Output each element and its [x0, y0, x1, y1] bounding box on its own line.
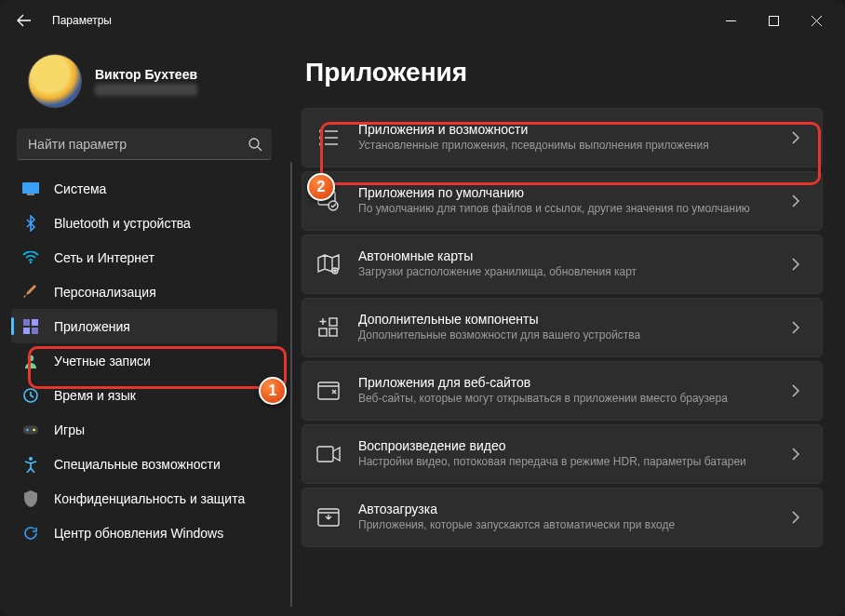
components-icon — [315, 315, 342, 341]
bluetooth-icon — [22, 215, 39, 232]
apps-icon — [22, 318, 39, 335]
svg-rect-11 — [23, 425, 38, 434]
startup-icon — [315, 504, 342, 530]
card-subtitle: Приложения, которые запускаются автомати… — [358, 518, 775, 533]
window-title: Параметры — [52, 14, 112, 27]
card-title: Приложения по умолчанию — [358, 185, 775, 200]
svg-rect-21 — [319, 328, 327, 336]
search-input[interactable] — [17, 128, 272, 160]
search-icon — [248, 137, 262, 152]
nav-label: Игры — [54, 422, 85, 437]
map-icon — [315, 251, 342, 277]
chevron-right-icon — [792, 194, 805, 208]
card-offline-maps[interactable]: Автономные карты Загрузки расположение х… — [302, 234, 823, 294]
nav-label: Центр обновления Windows — [54, 526, 223, 541]
nav-item-privacy[interactable]: Конфиденциальность и защита — [11, 481, 277, 516]
nav-item-time[interactable]: Время и язык — [11, 378, 277, 412]
list-icon — [315, 125, 342, 151]
chevron-right-icon — [792, 258, 805, 271]
wifi-icon — [22, 249, 39, 266]
card-title: Приложения для веб-сайтов — [358, 375, 775, 390]
chevron-right-icon — [792, 511, 805, 524]
svg-point-4 — [30, 261, 32, 262]
system-icon — [22, 181, 39, 197]
scrollbar[interactable] — [290, 162, 292, 607]
card-subtitle: Дополнительные возможности для вашего ус… — [358, 328, 775, 343]
card-title: Автозагрузка — [358, 502, 775, 516]
svg-point-1 — [249, 139, 259, 148]
maximize-icon — [769, 16, 779, 26]
card-optional-features[interactable]: Дополнительные компоненты Дополнительные… — [302, 298, 823, 357]
nav-list: Система Bluetooth и устройства Сеть и Ин… — [11, 171, 277, 550]
brush-icon — [22, 284, 39, 301]
nav-label: Приложения — [54, 319, 130, 334]
nav-item-accounts[interactable]: Учетные записи — [11, 343, 277, 378]
close-button[interactable] — [795, 6, 838, 35]
search-field[interactable] — [17, 128, 272, 160]
shield-icon — [22, 490, 39, 507]
card-subtitle: Настройки видео, потоковая передача в ре… — [358, 455, 775, 470]
nav-item-update[interactable]: Центр обновления Windows — [11, 516, 277, 550]
svg-rect-2 — [22, 182, 39, 194]
svg-point-17 — [320, 143, 322, 145]
nav-item-gaming[interactable]: Игры — [11, 412, 277, 447]
svg-rect-7 — [23, 328, 30, 334]
card-apps-features[interactable]: Приложения и возможности Установленные п… — [302, 108, 823, 167]
nav-item-personalization[interactable]: Персонализация — [11, 275, 277, 309]
chevron-right-icon — [792, 384, 805, 397]
svg-rect-0 — [769, 16, 778, 25]
nav-item-bluetooth[interactable]: Bluetooth и устройства — [11, 206, 277, 240]
svg-point-9 — [28, 355, 34, 360]
window-controls — [709, 6, 838, 35]
card-subtitle: Установленные приложения, псевдонимы вып… — [358, 139, 775, 154]
card-apps-websites[interactable]: Приложения для веб-сайтов Веб-сайты, кот… — [302, 361, 823, 421]
svg-rect-8 — [32, 328, 38, 334]
card-subtitle: Веб-сайты, которые могут открываться в п… — [358, 392, 775, 407]
profile-block[interactable]: Виктор Бухтеев — [11, 50, 277, 125]
nav-item-accessibility[interactable]: Специальные возможности — [11, 447, 277, 481]
svg-point-12 — [26, 428, 29, 431]
minimize-button[interactable] — [709, 6, 752, 35]
clock-icon — [22, 387, 39, 404]
sidebar: Виктор Бухтеев Система — [0, 41, 288, 616]
svg-rect-5 — [23, 319, 30, 326]
card-subtitle: По умолчанию для типов файлов и ссылок, … — [358, 202, 775, 217]
nav-label: Сеть и Интернет — [54, 250, 154, 265]
svg-rect-25 — [317, 447, 333, 462]
minimize-icon — [726, 16, 736, 26]
nav-item-apps[interactable]: Приложения — [11, 309, 277, 343]
card-subtitle: Загрузки расположение хранилища, обновле… — [358, 265, 775, 280]
nav-item-network[interactable]: Сеть и Интернет — [11, 240, 277, 275]
card-video-playback[interactable]: Воспроизведение видео Настройки видео, п… — [302, 424, 823, 484]
arrow-left-icon — [17, 13, 32, 28]
accessibility-icon — [22, 456, 39, 473]
svg-point-14 — [29, 457, 33, 461]
maximize-button[interactable] — [752, 6, 795, 35]
card-default-apps[interactable]: Приложения по умолчанию По умолчанию для… — [302, 171, 823, 231]
card-title: Дополнительные компоненты — [358, 312, 775, 327]
svg-point-15 — [320, 130, 322, 132]
nav-label: Система — [54, 181, 106, 196]
svg-rect-23 — [329, 318, 337, 326]
profile-name: Виктор Бухтеев — [95, 67, 197, 82]
back-button[interactable] — [7, 4, 41, 37]
svg-rect-3 — [27, 194, 34, 195]
card-title: Приложения и возможности — [358, 122, 775, 137]
profile-email — [95, 84, 197, 96]
card-startup[interactable]: Автозагрузка Приложения, которые запуска… — [302, 488, 823, 547]
content-pane: Приложения Приложения и возможности Уста… — [288, 41, 845, 616]
chevron-right-icon — [792, 448, 805, 461]
settings-window: Параметры Виктор Бухтеев — [0, 0, 845, 616]
card-title: Воспроизведение видео — [358, 438, 775, 453]
default-apps-icon — [315, 188, 342, 214]
update-icon — [22, 525, 39, 542]
nav-label: Учетные записи — [54, 354, 151, 368]
nav-item-system[interactable]: Система — [11, 171, 277, 206]
card-title: Автономные карты — [358, 248, 775, 263]
nav-label: Время и язык — [54, 388, 136, 403]
nav-label: Конфиденциальность и защита — [54, 491, 245, 506]
chevron-right-icon — [792, 321, 805, 334]
video-icon — [315, 441, 342, 467]
window-link-icon — [315, 378, 342, 404]
svg-rect-6 — [32, 319, 38, 326]
